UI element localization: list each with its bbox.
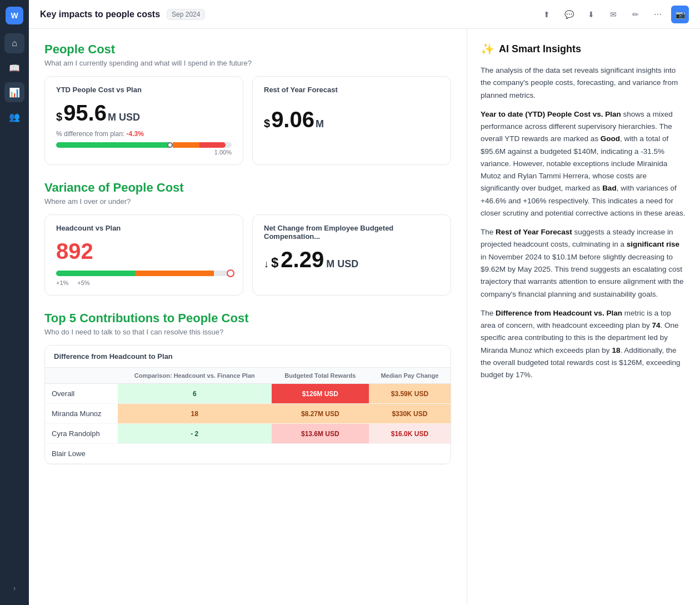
miranda-median: $330K USD xyxy=(369,404,451,424)
net-suffix: M USD xyxy=(326,258,358,270)
star-icon: ✨ xyxy=(481,42,494,56)
hc-dot xyxy=(227,269,234,277)
variance-cards: Headcount vs Plan 892 +1% +5% xyxy=(44,214,451,296)
insight-p1: The analysis of the data set reveals sig… xyxy=(481,64,687,102)
people-cost-title: People Cost xyxy=(44,42,451,57)
blair-comparison xyxy=(118,444,272,464)
ai-header: ✨ AI Smart Insights xyxy=(481,42,687,56)
headcount-progress: +1% +5% xyxy=(56,271,232,286)
miranda-budgeted: $8.27M USD xyxy=(272,404,369,424)
topbar-actions: ⬆ 💬 ⬇ ✉ ✏ ⋯ 📷 xyxy=(538,6,689,23)
top5-title: Top 5 Contributions to People Cost xyxy=(44,311,451,326)
sidebar-collapse-button[interactable]: › xyxy=(4,578,24,598)
progress-dot xyxy=(167,142,173,148)
col-name xyxy=(45,368,118,384)
variance-title: Variance of People Cost xyxy=(44,181,451,195)
ytd-metric: $ 95.6 M USD xyxy=(56,101,232,126)
overall-comparison: 6 xyxy=(118,384,272,404)
ytd-value: 95.6 xyxy=(63,101,107,126)
hc-track xyxy=(56,271,232,276)
headcount-label: Headcount vs Plan xyxy=(56,224,232,232)
col-comparison: Comparison: Headcount vs. Finance Plan xyxy=(118,368,272,384)
blair-median xyxy=(369,444,451,464)
people-cost-cards: YTD People Cost vs Plan $ 95.6 M USD % d… xyxy=(44,76,451,165)
sidebar-item-library[interactable]: 📖 xyxy=(4,58,24,78)
net-value: 2.29 xyxy=(281,247,324,272)
forecast-card: Rest of Year Forecast $ 9.06 M xyxy=(252,76,451,165)
sidebar-item-home[interactable]: ⌂ xyxy=(4,33,24,53)
variance-subtitle: Where am I over or under? xyxy=(44,197,451,206)
col-budgeted: Budgeted Total Rewards xyxy=(272,368,369,384)
progress-green-segment xyxy=(56,142,170,148)
row-name-miranda: Miranda Munoz xyxy=(45,404,118,424)
forecast-metric: $ 9.06 M xyxy=(264,107,439,132)
main-container: Key impacts to people costs Sep 2024 ⬆ 💬… xyxy=(29,0,700,605)
progress-red-segment xyxy=(199,142,226,148)
more-button[interactable]: ⋯ xyxy=(649,6,667,23)
ytd-percent: 1.00% xyxy=(56,149,232,156)
ytd-diff-text: % difference from plan: -4.3% xyxy=(56,130,232,138)
blair-budgeted xyxy=(272,444,369,464)
insight-p2: Year to date (YTD) People Cost vs. Plan … xyxy=(481,108,687,219)
ai-title: AI Smart Insights xyxy=(499,43,581,55)
row-name-blair: Blair Lowe xyxy=(45,444,118,464)
edit-button[interactable]: ✏ xyxy=(627,6,644,23)
ytd-diff-value: -4.3% xyxy=(127,130,144,138)
camera-button[interactable]: 📷 xyxy=(671,6,689,23)
people-cost-subtitle: What am I currently spending and what wi… xyxy=(44,59,451,67)
insight-p4: The Difference from Headcount vs. Plan m… xyxy=(481,307,687,382)
table-header-bar: Difference from Headcount to Plan xyxy=(45,346,451,368)
net-change-metric: ↓ $ 2.29 M USD xyxy=(264,247,439,272)
miranda-comparison: 18 xyxy=(118,404,272,424)
ytd-dollar: $ xyxy=(56,111,62,123)
sidebar-logo[interactable]: W xyxy=(6,7,23,24)
forecast-label: Rest of Year Forecast xyxy=(264,86,439,94)
upload-button[interactable]: ⬆ xyxy=(538,6,556,23)
headcount-value: 892 xyxy=(56,239,93,264)
content-area: People Cost What am I currently spending… xyxy=(29,29,700,605)
ytd-card: YTD People Cost vs Plan $ 95.6 M USD % d… xyxy=(44,76,243,165)
left-panel: People Cost What am I currently spending… xyxy=(29,29,467,605)
table-row: Miranda Munoz 18 $8.27M USD $330K USD xyxy=(45,404,451,424)
ytd-card-label: YTD People Cost vs Plan xyxy=(56,86,232,94)
net-change-card: Net Change from Employee Budgeted Compen… xyxy=(252,214,451,296)
overall-median: $3.59K USD xyxy=(369,384,451,404)
page-title: Key impacts to people costs xyxy=(40,9,160,19)
comment-button[interactable]: 💬 xyxy=(560,6,578,23)
forecast-suffix: M xyxy=(316,118,324,130)
cyra-comparison: - 2 xyxy=(118,424,272,444)
download-button[interactable]: ⬇ xyxy=(582,6,600,23)
forecast-dollar: $ xyxy=(264,117,270,130)
progress-orange-segment xyxy=(173,142,199,148)
table-row: Blair Lowe xyxy=(45,444,451,464)
topbar: Key impacts to people costs Sep 2024 ⬆ 💬… xyxy=(29,0,700,29)
arrow-down-icon: ↓ xyxy=(264,258,269,270)
date-badge: Sep 2024 xyxy=(167,9,205,20)
sidebar-item-people[interactable]: 👥 xyxy=(4,107,24,127)
right-panel: ✨ AI Smart Insights The analysis of the … xyxy=(467,29,700,605)
cyra-budgeted: $13.6M USD xyxy=(272,424,369,444)
headcount-metric: 892 xyxy=(56,239,232,264)
table-row: Cyra Randolph - 2 $13.6M USD $16.0K USD xyxy=(45,424,451,444)
sidebar-item-analytics[interactable]: 📊 xyxy=(4,82,24,102)
cyra-median: $16.0K USD xyxy=(369,424,451,444)
email-button[interactable]: ✉ xyxy=(604,6,622,23)
ytd-suffix: M USD xyxy=(108,112,140,123)
hc-labels: +1% +5% xyxy=(56,279,232,286)
sidebar: W ⌂ 📖 📊 👥 › xyxy=(0,0,29,605)
hc-green-segment xyxy=(56,271,135,276)
ytd-progress-bar xyxy=(56,142,232,148)
net-dollar: $ xyxy=(271,255,278,271)
row-name-overall: Overall xyxy=(45,384,118,404)
hc-orange-segment xyxy=(135,271,214,276)
top5-table-card: Difference from Headcount to Plan Compar… xyxy=(44,345,451,464)
overall-budgeted: $126M USD xyxy=(272,384,369,404)
insight-p3: The Rest of Year Forecast suggests a ste… xyxy=(481,226,687,301)
top5-subtitle: Who do I need to talk to so that I can r… xyxy=(44,328,451,336)
top5-table: Comparison: Headcount vs. Finance Plan B… xyxy=(45,368,451,464)
hc-label-1: +1% xyxy=(56,279,68,286)
col-median: Median Pay Change xyxy=(369,368,451,384)
table-row: Overall 6 $126M USD $3.59K USD xyxy=(45,384,451,404)
hc-label-5: +5% xyxy=(77,279,89,286)
net-change-label: Net Change from Employee Budgeted Compen… xyxy=(264,224,439,241)
